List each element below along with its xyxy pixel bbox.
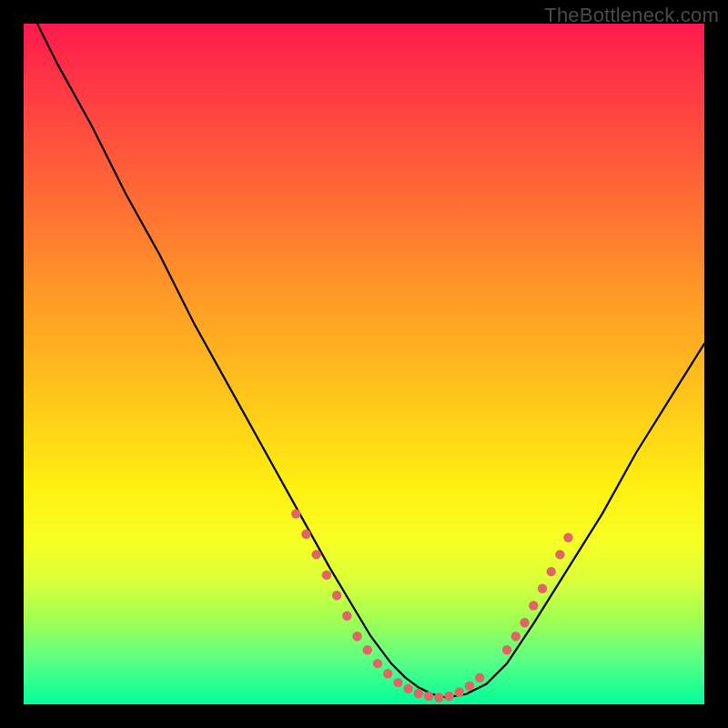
curve-marker: [352, 632, 361, 641]
curve-marker: [502, 645, 511, 654]
curve-marker: [363, 645, 372, 654]
curve-marker: [393, 678, 402, 687]
watermark-text: TheBottleneck.com: [544, 4, 719, 27]
curve-marker: [403, 684, 412, 693]
curve-marker: [342, 612, 351, 621]
curve-marker: [563, 533, 572, 542]
bottleneck-curve-path: [37, 24, 704, 698]
curve-marker: [529, 601, 538, 610]
curve-marker: [373, 659, 382, 668]
curve-marker: [520, 618, 529, 627]
curve-marker: [475, 673, 484, 682]
curve-marker: [455, 687, 464, 696]
curve-marker: [383, 669, 392, 678]
curve-marker: [434, 693, 443, 702]
curve-marker: [414, 689, 423, 698]
curve-marker: [322, 571, 331, 580]
curve-markers-group: [291, 509, 573, 702]
curve-marker: [424, 692, 433, 701]
curve-marker: [291, 509, 300, 518]
curve-marker: [465, 682, 474, 691]
curve-marker: [332, 591, 341, 600]
curve-marker: [538, 584, 547, 593]
curve-marker: [547, 567, 556, 576]
bottleneck-curve-svg: [24, 24, 704, 704]
curve-marker: [444, 692, 453, 701]
curve-marker: [555, 550, 564, 559]
curve-marker: [511, 632, 521, 641]
curve-marker: [301, 530, 310, 539]
curve-marker: [311, 550, 320, 559]
chart-plot-area: [24, 24, 704, 704]
